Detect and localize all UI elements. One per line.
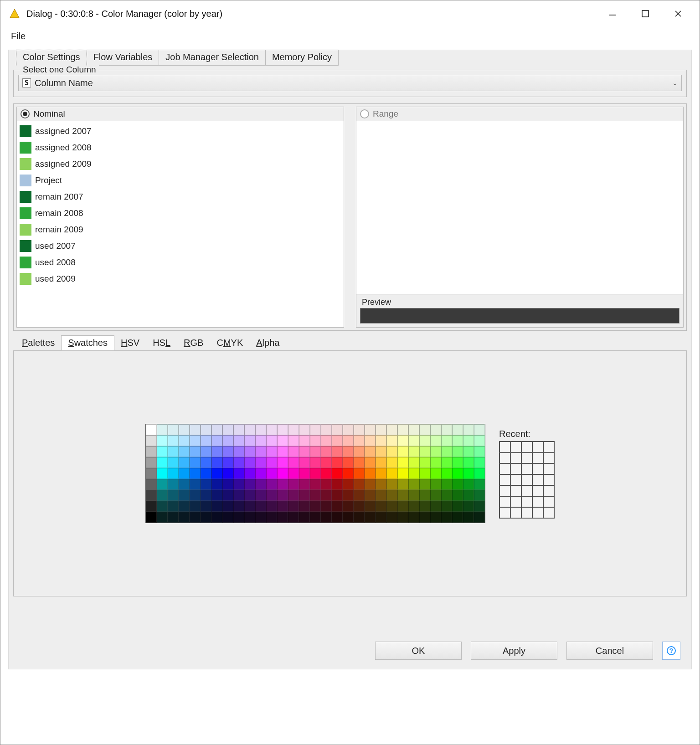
swatch-cell[interactable]: [157, 468, 168, 479]
recent-swatch-cell[interactable]: [521, 485, 532, 496]
swatch-cell[interactable]: [288, 501, 299, 512]
swatch-cell[interactable]: [157, 479, 168, 490]
swatch-cell[interactable]: [222, 435, 233, 446]
swatch-cell[interactable]: [386, 435, 397, 446]
swatch-cell[interactable]: [277, 468, 288, 479]
swatch-cell[interactable]: [255, 468, 266, 479]
swatch-cell[interactable]: [157, 490, 168, 501]
swatch-cell[interactable]: [441, 468, 452, 479]
swatch-grid[interactable]: [145, 424, 485, 523]
swatch-cell[interactable]: [277, 435, 288, 446]
swatch-cell[interactable]: [365, 446, 376, 457]
recent-swatch-cell[interactable]: [532, 452, 543, 463]
swatch-cell[interactable]: [201, 424, 211, 435]
swatch-cell[interactable]: [463, 446, 474, 457]
swatch-cell[interactable]: [343, 457, 354, 468]
list-item[interactable]: remain 2008: [20, 205, 341, 221]
recent-swatch-cell[interactable]: [521, 463, 532, 474]
swatch-cell[interactable]: [365, 468, 376, 479]
swatch-cell[interactable]: [365, 512, 376, 523]
tab-job-manager-selection[interactable]: Job Manager Selection: [159, 50, 266, 66]
swatch-cell[interactable]: [266, 457, 277, 468]
swatch-cell[interactable]: [168, 446, 179, 457]
swatch-cell[interactable]: [179, 424, 190, 435]
swatch-cell[interactable]: [386, 490, 397, 501]
cc-tab-rgb[interactable]: RGB: [177, 335, 210, 350]
swatch-cell[interactable]: [332, 490, 343, 501]
minimize-button[interactable]: [596, 3, 629, 25]
swatch-cell[interactable]: [419, 490, 430, 501]
swatch-cell[interactable]: [157, 512, 168, 523]
swatch-cell[interactable]: [157, 501, 168, 512]
swatch-cell[interactable]: [168, 468, 179, 479]
swatch-cell[interactable]: [474, 435, 485, 446]
swatch-cell[interactable]: [146, 457, 157, 468]
maximize-button[interactable]: [629, 3, 662, 25]
swatch-cell[interactable]: [201, 446, 211, 457]
swatch-cell[interactable]: [332, 479, 343, 490]
swatch-cell[interactable]: [430, 435, 441, 446]
swatch-cell[interactable]: [343, 424, 354, 435]
swatch-cell[interactable]: [343, 468, 354, 479]
swatch-cell[interactable]: [222, 490, 233, 501]
swatch-cell[interactable]: [233, 457, 244, 468]
swatch-cell[interactable]: [288, 479, 299, 490]
swatch-cell[interactable]: [277, 490, 288, 501]
swatch-cell[interactable]: [430, 457, 441, 468]
recent-swatch-cell[interactable]: [532, 442, 543, 452]
swatch-cell[interactable]: [408, 479, 419, 490]
swatch-cell[interactable]: [244, 490, 255, 501]
tab-color-settings[interactable]: Color Settings: [16, 50, 87, 66]
swatch-cell[interactable]: [146, 446, 157, 457]
swatch-cell[interactable]: [441, 457, 452, 468]
swatch-cell[interactable]: [266, 501, 277, 512]
swatch-cell[interactable]: [419, 501, 430, 512]
swatch-cell[interactable]: [310, 479, 321, 490]
swatch-cell[interactable]: [419, 479, 430, 490]
swatch-cell[interactable]: [255, 501, 266, 512]
swatch-cell[interactable]: [190, 424, 201, 435]
swatch-cell[interactable]: [343, 446, 354, 457]
swatch-cell[interactable]: [201, 435, 211, 446]
swatch-cell[interactable]: [343, 501, 354, 512]
swatch-cell[interactable]: [452, 512, 463, 523]
swatch-cell[interactable]: [299, 490, 310, 501]
ok-button[interactable]: OK: [375, 642, 462, 660]
cc-tab-hsv[interactable]: HSV: [114, 335, 146, 350]
swatch-cell[interactable]: [408, 457, 419, 468]
swatch-cell[interactable]: [332, 468, 343, 479]
swatch-cell[interactable]: [222, 446, 233, 457]
swatch-cell[interactable]: [332, 457, 343, 468]
swatch-cell[interactable]: [201, 468, 211, 479]
swatch-cell[interactable]: [146, 490, 157, 501]
swatch-cell[interactable]: [463, 479, 474, 490]
swatch-cell[interactable]: [397, 435, 408, 446]
menu-file[interactable]: File: [8, 30, 28, 42]
swatch-cell[interactable]: [452, 468, 463, 479]
swatch-cell[interactable]: [222, 512, 233, 523]
swatch-cell[interactable]: [211, 512, 222, 523]
swatch-cell[interactable]: [474, 457, 485, 468]
swatch-cell[interactable]: [233, 446, 244, 457]
swatch-cell[interactable]: [299, 479, 310, 490]
swatch-cell[interactable]: [233, 479, 244, 490]
swatch-cell[interactable]: [386, 468, 397, 479]
swatch-cell[interactable]: [244, 435, 255, 446]
cc-tab-swatches[interactable]: Swatches: [61, 335, 114, 350]
swatch-cell[interactable]: [408, 501, 419, 512]
swatch-cell[interactable]: [452, 501, 463, 512]
swatch-cell[interactable]: [190, 490, 201, 501]
swatch-cell[interactable]: [452, 490, 463, 501]
swatch-cell[interactable]: [343, 435, 354, 446]
swatch-cell[interactable]: [201, 457, 211, 468]
swatch-cell[interactable]: [321, 457, 332, 468]
swatch-cell[interactable]: [266, 468, 277, 479]
swatch-cell[interactable]: [277, 446, 288, 457]
swatch-cell[interactable]: [244, 424, 255, 435]
swatch-cell[interactable]: [255, 479, 266, 490]
list-item[interactable]: assigned 2008: [20, 139, 341, 156]
swatch-cell[interactable]: [299, 446, 310, 457]
recent-swatch-cell[interactable]: [510, 507, 521, 518]
swatch-cell[interactable]: [376, 490, 386, 501]
recent-swatch-cell[interactable]: [543, 442, 554, 452]
